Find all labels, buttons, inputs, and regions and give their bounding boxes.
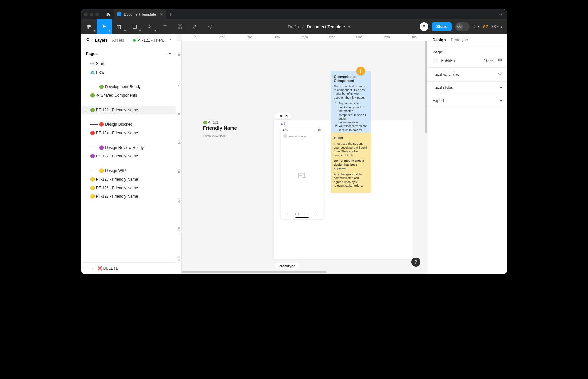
- note-build[interactable]: Build These are the screens your develop…: [331, 133, 371, 193]
- note-title: Build: [334, 136, 368, 140]
- canvas-area[interactable]: 02505007501000125015001750200 -500-25002…: [176, 34, 428, 274]
- frame-f1-label[interactable]: f1: [281, 122, 287, 126]
- prototype-section-label[interactable]: Prototype: [275, 263, 299, 269]
- plus-icon[interactable]: +: [500, 98, 502, 103]
- pen-icon: [147, 24, 152, 29]
- page-row[interactable]: 🟢 ❖ Shared Components: [81, 91, 176, 100]
- scrollbar-horizontal[interactable]: [182, 271, 327, 273]
- page-row[interactable]: —— 🔴 Design Blocked: [81, 120, 176, 129]
- chevron-down-icon[interactable]: ▾: [348, 25, 350, 29]
- tab-design[interactable]: Design: [433, 38, 446, 42]
- user-avatar[interactable]: [420, 22, 428, 31]
- new-tab-button[interactable]: +: [169, 11, 172, 17]
- app-avatar-icon: [283, 134, 287, 138]
- move-tool-button[interactable]: ▾: [97, 19, 112, 34]
- frame-f1[interactable]: f1 9:41 ••• ⌀ ▮ Awesome App F1: [281, 127, 324, 219]
- export-row[interactable]: Export +: [428, 94, 507, 107]
- page-row[interactable]: ⌄🟢 PT-121 - Friendly Name: [81, 106, 176, 114]
- page-row[interactable]: 🟡 PT-126 - Friendly Name: [81, 184, 176, 192]
- page-row-label: —— 🟣 Design Review Ready: [90, 145, 144, 150]
- svg-point-12: [498, 73, 499, 74]
- app-header: Awesome App: [281, 133, 324, 139]
- page-list[interactable]: 👀 Start🗺️ Flow—— 🟢 Development Ready🟢 ❖ …: [81, 59, 176, 262]
- cursor-icon: [102, 24, 107, 29]
- crumb-filename: Document Template: [307, 24, 345, 29]
- page-fill-row[interactable]: F5F5F5 100%: [433, 58, 502, 63]
- missing-fonts-button[interactable]: A?: [483, 24, 488, 29]
- svg-rect-6: [178, 25, 179, 26]
- page-row-label: —— 🔴 Design Blocked: [90, 122, 133, 127]
- resources-button[interactable]: [172, 19, 188, 34]
- local-variables-row[interactable]: Local variables: [428, 68, 507, 82]
- svg-point-1: [89, 25, 90, 26]
- page-row[interactable]: 🟡 PT-127 - Friendly Name: [81, 192, 176, 201]
- help-button[interactable]: ?: [411, 258, 420, 267]
- page-row[interactable]: 🟡 PT-125 - Friendly Name: [81, 175, 176, 184]
- page-row-label: 🟢 ❖ Shared Components: [90, 93, 137, 98]
- page-row[interactable]: —— 🟡 Design WIP: [81, 166, 176, 175]
- build-section-label[interactable]: Build: [275, 113, 292, 119]
- fill-hex[interactable]: F5F5F5: [441, 58, 455, 63]
- zoom-control[interactable]: 33% ▾: [491, 24, 502, 29]
- tab-prototype[interactable]: Prototype: [451, 38, 468, 42]
- local-styles-row[interactable]: Local styles +: [428, 82, 507, 94]
- breadcrumb[interactable]: Drafts / Document Template ▾: [288, 24, 350, 29]
- play-icon: [473, 25, 477, 29]
- warning-badge-icon[interactable]: !: [356, 67, 365, 75]
- page-row[interactable]: 🟣 PT-122 - Friendly Name: [81, 152, 176, 160]
- comment-tool-button[interactable]: [203, 19, 218, 34]
- text-tool-button[interactable]: [157, 19, 172, 34]
- page-row[interactable]: 🔴 PT-124 - Friendly Name: [81, 129, 176, 137]
- tab-assets[interactable]: Assets: [112, 38, 124, 43]
- scrollbar-vertical[interactable]: [425, 41, 427, 133]
- pen-tool-button[interactable]: ▾: [142, 19, 157, 34]
- svg-point-14: [501, 73, 501, 73]
- search-icon[interactable]: [86, 38, 90, 43]
- note-convenience-component[interactable]: Convenience Component Convert all build …: [331, 71, 371, 139]
- page-row[interactable]: 🗺️ Flow: [81, 68, 176, 77]
- doc-tab[interactable]: Document Template ×: [114, 9, 166, 19]
- svg-rect-5: [133, 25, 136, 29]
- fill-swatch[interactable]: [433, 58, 438, 63]
- plus-icon[interactable]: +: [500, 86, 502, 90]
- delete-page-row[interactable]: ⋮⋮ ❌ DELETE: [81, 262, 176, 274]
- main-menu-button[interactable]: ▾: [81, 19, 97, 34]
- tabbar-item: [315, 213, 318, 215]
- home-tab[interactable]: [104, 9, 113, 19]
- home-icon: [106, 12, 110, 17]
- current-page-dropdown[interactable]: PT-121 - Frien… ⌃: [133, 38, 171, 43]
- page-row-label: 🟡 PT-127 - Friendly Name: [90, 194, 138, 199]
- close-tab-icon[interactable]: ×: [160, 12, 163, 17]
- page-row[interactable]: 👀 Start: [81, 59, 176, 68]
- page-section-header: Page: [433, 50, 502, 54]
- dev-mode-toggle[interactable]: </>: [455, 22, 470, 31]
- avatar-icon: [422, 24, 426, 29]
- figma-file-icon: [117, 12, 121, 16]
- page-row[interactable]: —— 🟢 Development Ready: [81, 83, 176, 91]
- svg-point-2: [87, 26, 89, 27]
- present-button[interactable]: ▾: [473, 25, 480, 29]
- hand-icon: [193, 24, 198, 29]
- statusbar-icons: ••• ⌀ ▮: [314, 129, 321, 131]
- share-button[interactable]: Share: [432, 22, 452, 31]
- chevron-up-icon: ⌃: [169, 38, 171, 42]
- add-page-button[interactable]: +: [168, 51, 171, 57]
- toolbar-right: Share </> ▾ A? 33% ▾: [420, 22, 507, 31]
- traffic-lights[interactable]: [84, 13, 99, 16]
- app-window: Document Template × + ⋯ ▾ ▾ ▾ ▾ ▾: [81, 9, 507, 274]
- tab-layers[interactable]: Layers: [95, 38, 108, 43]
- tabbar-menu-icon[interactable]: ⋯: [499, 12, 504, 17]
- frame-tool-button[interactable]: ▾: [112, 19, 127, 34]
- visibility-icon[interactable]: [498, 58, 502, 63]
- fill-opacity[interactable]: 100%: [484, 58, 494, 63]
- page-row-label: —— 🟢 Development Ready: [90, 85, 141, 89]
- hand-tool-button[interactable]: [188, 19, 203, 34]
- export-label: Export: [433, 98, 444, 103]
- svg-point-0: [87, 25, 89, 26]
- page-row[interactable]: —— 🟣 Design Review Ready: [81, 143, 176, 152]
- shape-tool-button[interactable]: ▾: [127, 19, 142, 34]
- tabbar-item: [295, 213, 299, 215]
- settings-sliders-icon[interactable]: [498, 72, 502, 77]
- chevron-down-icon: ⌄: [84, 108, 87, 112]
- canvas[interactable]: 🟢 PT-121 Friendly Name Ticket Descriptio…: [182, 41, 424, 270]
